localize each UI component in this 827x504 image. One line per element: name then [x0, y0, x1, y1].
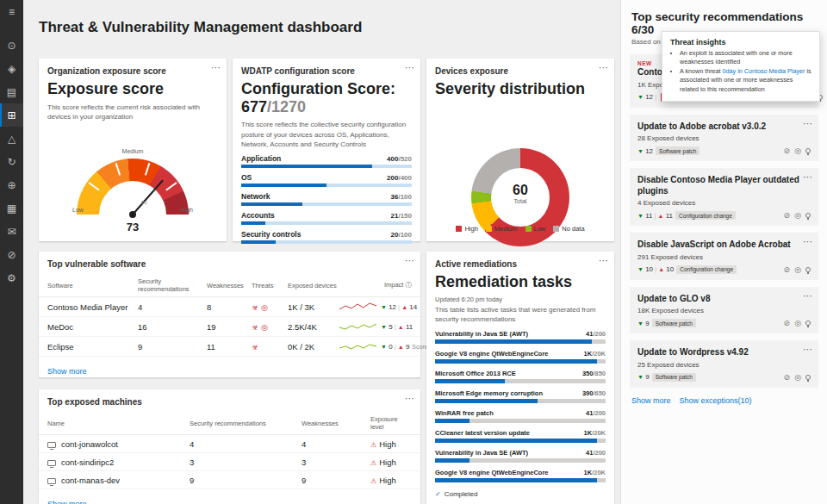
exposure-score-title: Exposure score [39, 78, 227, 101]
exposure-score-card: Organization exposure score ⋯ Exposure s… [39, 59, 227, 241]
table-row[interactable]: MeDoc 16 19 ☣◎ 2.5K/4K ▼ 5|▲ 11 [39, 317, 420, 337]
col-weaknesses: Weaknesses [302, 420, 370, 427]
remediation-task[interactable]: Microsoft Office 2013 RCE350/850 [435, 370, 606, 383]
score-earned: 677 [241, 98, 267, 115]
remediation-target-icon[interactable]: ◎ [794, 265, 801, 274]
software-patch-badge: Software patch [652, 373, 696, 382]
remediation-target-icon[interactable]: ◎ [794, 146, 801, 155]
configuration-score-value: 677/1270 [233, 98, 420, 119]
nav-incidents-icon[interactable]: ◈ [0, 57, 23, 80]
more-options-icon[interactable]: ⋯ [803, 118, 812, 129]
remediation-task[interactable]: Vulnerability in Java SE (AWT)41/200 [435, 330, 606, 344]
show-more-link[interactable]: Show more [631, 396, 671, 405]
show-exceptions-link[interactable]: Show exceptions(10) [680, 396, 752, 405]
nav-reports-icon[interactable]: ▦ [0, 196, 23, 220]
more-options-icon[interactable]: ⋯ [405, 255, 414, 266]
cell-recommendations: 16 [138, 322, 207, 332]
more-options-icon[interactable]: ⋯ [599, 255, 608, 266]
remediation-target-icon[interactable]: ◎ [794, 211, 801, 220]
recommendation-card[interactable]: ⋯ Update to Wordpress v4.92 25 Exposed d… [630, 340, 818, 388]
more-options-icon[interactable]: ⋯ [803, 236, 812, 247]
exposed-devices: 18K Exposed devices [637, 307, 811, 314]
card-header: Devices exposure [426, 59, 614, 78]
nav-machines-icon[interactable]: ▤ [0, 80, 23, 103]
more-options-icon[interactable]: ⋯ [803, 171, 812, 183]
recommendation-card[interactable]: ⋯ Disable JavaScript on Adobe Acrobat 29… [630, 233, 818, 280]
more-options-icon[interactable]: ⋯ [405, 393, 414, 404]
recommendation-card[interactable]: ⋯ Disable Contoso Media Player outdated … [630, 168, 818, 226]
trend: ▼ 10|▲ 10 [637, 265, 674, 273]
remediation-target-icon[interactable]: ◎ [794, 373, 801, 382]
nav-settings-icon[interactable]: ⚙ [0, 266, 23, 289]
nav-investigations-icon[interactable]: ↻ [0, 150, 23, 173]
configuration-score-title: Configuration Score: [233, 78, 420, 98]
more-options-icon[interactable]: ⋯ [803, 344, 812, 355]
more-options-icon[interactable]: ⋯ [803, 290, 812, 302]
gauge-mid-tick-label: 50 [141, 200, 147, 205]
remediation-task[interactable]: CCleaner latest version update1K/20K [435, 429, 606, 443]
bar-fill [241, 184, 326, 187]
col-recommendations: Security recommendations [190, 420, 302, 427]
insight-lightbulb-icon[interactable] [805, 375, 811, 380]
insight-lightbulb-icon[interactable] [805, 320, 811, 326]
more-options-icon[interactable]: ⋯ [211, 62, 221, 73]
top-exposed-machines-card: Top exposed machines ⋯ Name Security rec… [39, 389, 420, 504]
cell-exposed-devices: 0K / 2K [288, 342, 339, 352]
exception-icon[interactable]: ⊘ [784, 319, 791, 327]
bar-total: /400 [398, 174, 412, 182]
table-row[interactable]: cont-manas-dev 9 9 ⚠High [39, 471, 420, 489]
card-header: Active remediations [426, 252, 614, 271]
table-header-row: Name Security recommendations Weaknesses… [39, 409, 420, 435]
nav-hunting-icon[interactable]: ⊕ [0, 173, 23, 196]
bar-label: Network [241, 192, 270, 201]
recommendation-actions: ⊘ ◎ [784, 319, 811, 327]
table-row[interactable]: cont-jonawolcot 4 4 ⚠High [39, 435, 420, 453]
cell-weaknesses: 3 [302, 457, 370, 467]
software-patch-badge: Software patch [652, 319, 696, 327]
threat-link[interactable]: 0day in Contoso Media Player [723, 67, 805, 75]
insight-lightbulb-icon[interactable] [805, 213, 811, 218]
software-name: MeDoc [47, 322, 138, 332]
table-row[interactable]: Eclipse 9 11 ☣ 0K / 2K ▼ 0|▲ 9Score [39, 337, 420, 357]
exception-icon[interactable]: ⊘ [784, 265, 791, 274]
remediation-task[interactable]: Google V8 engine QtWebEngineCore1K/20K [435, 469, 606, 482]
show-more-link[interactable]: Show more [47, 367, 87, 376]
machine-name: cont-sindiripc2 [61, 457, 114, 467]
trend: ▼ 11|▲ 11 [637, 212, 673, 220]
remediation-task[interactable]: WinRAR free patch41/200 [435, 409, 606, 423]
hamburger-menu-icon[interactable]: ≡ [0, 0, 23, 23]
card-header: Top exposed machines [39, 389, 420, 409]
more-options-icon[interactable]: ⋯ [405, 62, 414, 73]
recommendation-card[interactable]: ⋯ Update to Adobe acrobat v3.0.2 28 Expo… [630, 115, 818, 162]
exception-icon[interactable]: ⊘ [784, 373, 791, 382]
cell-recommendations: 9 [190, 476, 302, 485]
nav-partners-icon[interactable]: ✉ [0, 220, 23, 243]
nav-security-operations-icon[interactable]: ⊙ [0, 34, 23, 57]
cell-weaknesses: 4 [302, 439, 370, 449]
remediation-tasks-title: Remediation tasks [426, 271, 614, 294]
nav-tvm-dashboard-icon[interactable]: ⊞ [0, 103, 23, 127]
table-row[interactable]: Contoso Media Player 4 8 ☣◎ 1K / 3K ▼ 12… [39, 297, 420, 317]
trend: ▼ 12 [637, 147, 653, 155]
insight-lightbulb-icon[interactable] [805, 267, 811, 272]
exploit-icon: ☣ [252, 323, 258, 332]
remediation-target-icon[interactable]: ◎ [794, 319, 801, 327]
bar-label: Accounts [241, 211, 275, 220]
remediation-task[interactable]: Google V8 engine QtWebEngineCore1K/20K [435, 350, 606, 364]
exception-icon[interactable]: ⊘ [784, 146, 791, 155]
remediation-task[interactable]: Microsoft Edge memory corruption390/650 [435, 389, 606, 403]
nav-evaluation-icon[interactable]: ⊘ [0, 243, 23, 266]
more-options-icon[interactable]: ⋯ [599, 62, 608, 73]
remediation-task[interactable]: Vulnerability in Java SE (AWT)41/200 [435, 449, 606, 463]
recommendation-card[interactable]: ⋯ Update to GLO v8 18K Exposed devices ▼… [630, 287, 818, 334]
table-row[interactable]: cont-sindiripc2 3 3 ⚠High [39, 453, 420, 471]
high-exposure-icon: ⚠ [370, 477, 376, 485]
info-icon[interactable]: ⓘ [406, 281, 413, 289]
exposed-devices: 291 Exposed devices [637, 253, 811, 261]
nav-alerts-icon[interactable]: △ [0, 127, 23, 150]
software-patch-badge: Software patch [656, 146, 700, 155]
exception-icon[interactable]: ⊘ [784, 211, 791, 220]
cell-recommendations: 3 [190, 457, 302, 467]
show-more-link[interactable]: Show more [47, 500, 87, 504]
insight-lightbulb-icon[interactable] [805, 148, 811, 153]
